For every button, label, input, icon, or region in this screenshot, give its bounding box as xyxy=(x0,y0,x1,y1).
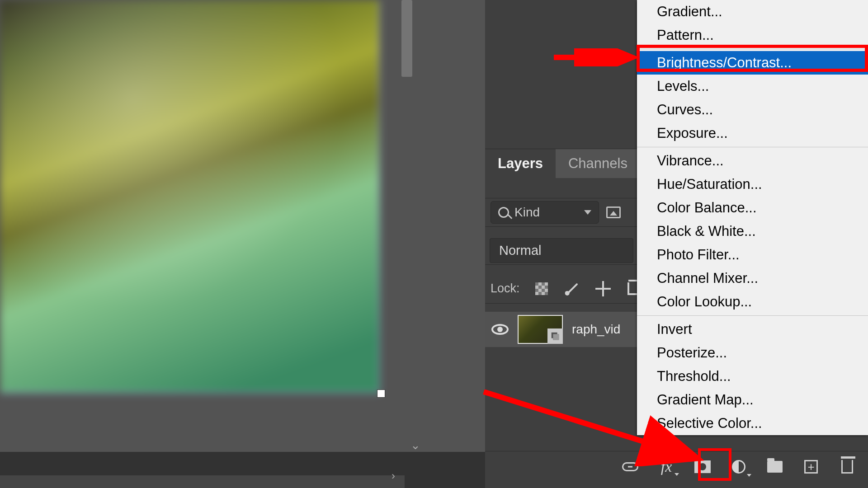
trash-icon xyxy=(841,460,853,474)
tab-layers[interactable]: Layers xyxy=(485,149,556,178)
chevron-down-icon xyxy=(584,210,591,215)
lock-pixels-icon[interactable] xyxy=(563,280,581,298)
transform-handle-br[interactable] xyxy=(377,389,385,398)
new-layer-button[interactable]: + xyxy=(801,457,821,477)
menu-item-invert[interactable]: Invert xyxy=(637,318,868,341)
lock-position-icon[interactable] xyxy=(594,280,612,298)
image-icon xyxy=(606,206,621,218)
pager-caret-right[interactable]: › xyxy=(387,469,400,483)
menu-item-channel-mixer[interactable]: Channel Mixer... xyxy=(637,267,868,290)
layer-name-label[interactable]: raph_vid xyxy=(572,322,620,337)
lock-transparency-icon[interactable] xyxy=(533,280,551,298)
blend-mode-select[interactable]: Normal xyxy=(490,238,633,263)
document-canvas[interactable] xyxy=(0,0,387,393)
filter-pixel-icon[interactable] xyxy=(604,203,623,221)
vertical-scrollbar-thumb[interactable] xyxy=(401,0,412,77)
layer-filter-kind[interactable]: Kind xyxy=(491,201,599,224)
add-mask-button[interactable] xyxy=(693,457,712,477)
mask-icon xyxy=(694,460,711,473)
panel-gutter xyxy=(416,0,486,488)
menu-item-threshold[interactable]: Threshold... xyxy=(637,365,868,388)
menu-item-posterize[interactable]: Posterize... xyxy=(637,341,868,365)
visibility-toggle-icon[interactable] xyxy=(491,324,509,335)
layers-panel-footer: fx + xyxy=(485,451,868,482)
menu-separator xyxy=(637,49,868,49)
menu-item-selective-color[interactable]: Selective Color... xyxy=(637,412,868,435)
plus-icon: + xyxy=(804,460,818,474)
menu-separator xyxy=(637,315,868,316)
menu-item-brightness-contrast[interactable]: Brightness/Contrast... xyxy=(637,51,868,75)
menu-item-curves[interactable]: Curves... xyxy=(637,98,868,122)
scroll-down-caret[interactable]: ⌄ xyxy=(409,438,422,452)
menu-separator xyxy=(637,147,868,147)
kind-label: Kind xyxy=(514,205,540,220)
image-preview xyxy=(0,0,380,393)
folder-icon xyxy=(767,461,783,473)
menu-item-gradient[interactable]: Gradient... xyxy=(637,0,868,23)
menu-item-levels[interactable]: Levels... xyxy=(637,75,868,98)
menu-item-hue-saturation[interactable]: Hue/Saturation... xyxy=(637,173,868,196)
layer-style-button[interactable]: fx xyxy=(656,457,676,477)
menu-item-gradient-map[interactable]: Gradient Map... xyxy=(637,388,868,412)
search-icon xyxy=(498,207,509,218)
menu-item-black-white[interactable]: Black & White... xyxy=(637,220,868,243)
link-layers-button[interactable] xyxy=(620,457,640,477)
menu-item-exposure[interactable]: Exposure... xyxy=(637,122,868,145)
smart-object-badge-icon xyxy=(547,328,563,344)
tab-channels[interactable]: Channels xyxy=(556,149,640,178)
adjustment-layer-menu: Gradient... Pattern... Brightness/Contra… xyxy=(637,0,868,435)
delete-layer-button[interactable] xyxy=(837,457,857,477)
menu-item-color-lookup[interactable]: Color Lookup... xyxy=(637,290,868,314)
menu-item-color-balance[interactable]: Color Balance... xyxy=(637,196,868,220)
menu-item-vibrance[interactable]: Vibrance... xyxy=(637,149,868,173)
lock-label: Lock: xyxy=(491,282,520,296)
status-strip xyxy=(0,475,405,488)
menu-item-pattern[interactable]: Pattern... xyxy=(637,23,868,47)
new-adjustment-layer-button[interactable] xyxy=(729,457,749,477)
layer-thumbnail[interactable] xyxy=(518,315,563,344)
new-group-button[interactable] xyxy=(765,457,785,477)
link-icon xyxy=(622,462,638,471)
menu-item-photo-filter[interactable]: Photo Filter... xyxy=(637,243,868,267)
adjustment-layer-icon xyxy=(732,460,745,474)
